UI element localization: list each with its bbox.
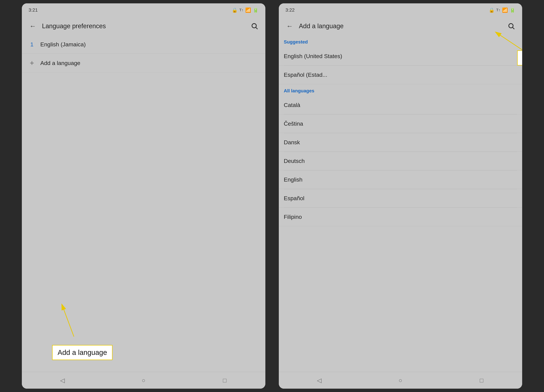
lock-icon: 🔒: [232, 7, 238, 13]
svg-point-0: [252, 24, 256, 28]
left-phone-screen: 3:21 🔒 T↑ 📶 🔋 ← Language preferences 1 E…: [22, 3, 265, 389]
right-nav-recent[interactable]: □: [475, 374, 488, 387]
language-item-filipino[interactable]: Filipino: [279, 208, 522, 226]
add-language-item[interactable]: + Add a language: [22, 54, 265, 72]
right-nav-back[interactable]: ◁: [313, 374, 326, 387]
suggested-english-us-label: English (United States): [284, 53, 342, 59]
right-status-icons: 🔒 T↑ 📶 🔋: [489, 7, 515, 13]
right-app-bar: ← Add a language: [279, 17, 522, 35]
left-nav-bar: ◁ ○ □: [22, 372, 265, 389]
right-page-title: Add a language: [299, 23, 502, 30]
right-time-display: 3:22: [285, 7, 295, 13]
language-item-dansk[interactable]: Dansk: [279, 133, 522, 152]
left-nav-back[interactable]: ◁: [56, 374, 69, 387]
all-languages-section-label: All languages: [279, 84, 522, 96]
svg-line-5: [513, 27, 514, 29]
language-item-espanol[interactable]: Español: [279, 189, 522, 208]
signal-icon: T↑: [239, 8, 243, 12]
left-back-button[interactable]: ←: [27, 20, 39, 32]
right-status-time: 3:22: [285, 7, 295, 13]
plus-icon: +: [27, 59, 37, 67]
language-item-catala[interactable]: Català: [279, 96, 522, 114]
suggested-item-english-us[interactable]: English (United States): [279, 47, 522, 65]
language-rank: 1: [27, 41, 37, 48]
left-search-button[interactable]: [248, 20, 260, 32]
left-status-icons: 🔒 T↑ 📶 🔋: [232, 7, 259, 13]
left-status-bar: 3:21 🔒 T↑ 📶 🔋: [22, 3, 265, 17]
language-item-deutsch[interactable]: Deutsch: [279, 152, 522, 170]
left-list-content: 1 English (Jamaica) + Add a language: [22, 35, 265, 372]
right-signal-icon: T↑: [496, 8, 500, 12]
left-page-title: Language preferences: [42, 23, 245, 30]
suggested-espanol-label: Español (Estad...: [284, 71, 327, 78]
add-language-label: Add a language: [40, 60, 80, 66]
svg-point-4: [509, 24, 513, 28]
language-name: English (Jamaica): [40, 41, 86, 48]
right-back-button[interactable]: ←: [284, 20, 296, 32]
language-item-cestina[interactable]: Čeština: [279, 114, 522, 133]
suggested-item-espanol[interactable]: Español (Estad...: [279, 66, 522, 84]
battery-icon: 🔋: [253, 7, 259, 13]
left-status-time: 3:21: [29, 7, 38, 13]
left-app-bar: ← Language preferences: [22, 17, 265, 35]
suggested-section-label: Suggested: [279, 35, 522, 47]
right-status-bar: 3:22 🔒 T↑ 📶 🔋: [279, 3, 522, 17]
language-item-english-jamaica[interactable]: 1 English (Jamaica): [22, 35, 265, 54]
right-battery-icon: 🔋: [509, 7, 515, 13]
right-phone-screen: 3:22 🔒 T↑ 📶 🔋 ← Add a language Suggested…: [279, 3, 522, 389]
right-wifi-icon: 📶: [502, 7, 508, 13]
right-nav-bar: ◁ ○ □: [279, 372, 522, 389]
language-item-english[interactable]: English: [279, 171, 522, 189]
right-list-content: Suggested English (United States) Españo…: [279, 35, 522, 372]
wifi-icon: 📶: [245, 7, 251, 13]
time-display: 3:21: [29, 7, 38, 13]
right-search-button[interactable]: [505, 20, 517, 32]
right-nav-home[interactable]: ○: [394, 374, 407, 387]
right-lock-icon: 🔒: [489, 7, 495, 13]
left-nav-home[interactable]: ○: [137, 374, 150, 387]
left-nav-recent[interactable]: □: [218, 374, 231, 387]
svg-line-1: [256, 27, 257, 29]
